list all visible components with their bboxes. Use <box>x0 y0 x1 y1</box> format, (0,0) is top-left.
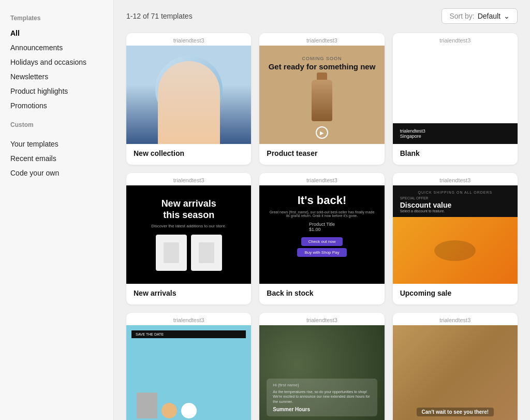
card-user-2: trialendtest3 <box>259 33 384 46</box>
sidebar-item-product-highlights[interactable]: Product highlights <box>0 84 113 98</box>
sidebar-item-recent-emails[interactable]: Recent emails <box>0 151 113 166</box>
coming-soon-text: COMING SOON <box>269 56 376 61</box>
template-card-market[interactable]: trialendtest3 Can't wait to see you ther… <box>393 313 518 420</box>
card-preview-1 <box>126 46 251 144</box>
sidebar-custom-section-title: Custom <box>0 121 113 133</box>
preview-summer: Hi {first name} As the temperatures rise… <box>259 325 384 420</box>
product-box-2 <box>191 235 222 271</box>
template-card-blank[interactable]: trialendtest3 trialendtest3Singapore Bla… <box>393 33 518 165</box>
preview-back-in-stock: It's back! Great news {first_name}, our … <box>259 185 384 284</box>
card-preview-4: New arrivalsthis season Discover the lat… <box>126 185 251 284</box>
product-box-1 <box>156 235 187 271</box>
sort-value: Default <box>478 12 500 20</box>
sidebar-item-your-templates[interactable]: Your templates <box>0 137 113 151</box>
product-icon-1 <box>164 242 179 263</box>
special-offer-text: SPECIAL OFFER <box>400 196 510 200</box>
card-preview-8: Hi {first name} As the temperatures rise… <box>259 325 384 420</box>
template-card-product-teaser[interactable]: trialendtest3 COMING SOON Get ready for … <box>259 33 384 165</box>
card-user-4: trialendtest3 <box>126 173 251 185</box>
card-title-blank: Blank <box>400 149 510 157</box>
template-card-save-date[interactable]: trialendtest3 SAVE THE DATE Save the dat… <box>126 313 251 420</box>
template-card-back-in-stock[interactable]: trialendtest3 It's back! Great news {fir… <box>259 173 384 305</box>
preview-new-collection <box>126 46 251 144</box>
discount-value-text: Discount value <box>400 201 510 209</box>
main-content: 1-12 of 71 templates Sort by: Default ⌄ … <box>114 0 530 420</box>
template-card-upcoming-sale[interactable]: trialendtest3 QUICK SHIPPING ON ALL ORDE… <box>393 173 518 305</box>
obj-sphere-white <box>181 403 197 418</box>
card-user-8: trialendtest3 <box>259 313 384 325</box>
card-user-5: trialendtest3 <box>259 173 384 185</box>
card-footer-2: Product teaser <box>259 144 384 165</box>
card-preview-9: Can't wait to see you there! <box>393 325 518 420</box>
card-user-6: trialendtest3 <box>393 173 518 185</box>
get-ready-text: Get ready for something new <box>269 62 376 71</box>
back-sub-text: Great news {first_name}, our sold-out be… <box>268 210 376 218</box>
card-preview-2: COMING SOON Get ready for something new … <box>259 46 384 144</box>
card-footer-6: Upcoming sale <box>393 284 518 305</box>
card-footer-5: Back in stock <box>259 284 384 305</box>
card-title-back-in-stock: Back in stock <box>267 289 377 297</box>
template-card-new-arrivals[interactable]: trialendtest3 New arrivalsthis season Di… <box>126 173 251 305</box>
card-title-new-arrivals: New arrivals <box>134 289 244 297</box>
card-user-9: trialendtest3 <box>393 313 518 325</box>
blank-bar-text: trialendtest3Singapore <box>400 128 425 139</box>
product-icon-2 <box>199 242 214 263</box>
new-arrivals-sub: Discover the latest additions to our sto… <box>151 224 226 228</box>
card-footer-3: Blank <box>393 144 518 165</box>
card-preview-5: It's back! Great news {first_name}, our … <box>259 185 384 284</box>
preview-product-teaser: COMING SOON Get ready for something new … <box>259 46 384 144</box>
sidebar-item-promotions[interactable]: Promotions <box>0 98 113 113</box>
sidebar-item-all[interactable]: All <box>0 26 113 40</box>
preview-market: Can't wait to see you there! <box>393 325 518 420</box>
save-bar: SAVE THE DATE <box>131 330 246 338</box>
its-back-text: It's back! <box>298 194 347 207</box>
objects-row <box>131 342 246 418</box>
preview-top-text: COMING SOON Get ready for something new <box>269 56 376 71</box>
card-preview-7: SAVE THE DATE <box>126 325 251 420</box>
sort-label: Sort by: <box>449 12 474 20</box>
chevron-down-icon: ⌄ <box>504 12 510 20</box>
body-text: As the temperatures rise, so do your opp… <box>273 389 371 404</box>
card-preview-6: QUICK SHIPPING ON ALL ORDERS SPECIAL OFF… <box>393 185 518 284</box>
select-discount-text: Select a discount to feature. <box>400 209 510 213</box>
preview-bottle <box>312 80 332 121</box>
sidebar: Templates All Announcements Holidays and… <box>0 0 114 420</box>
sidebar-item-announcements[interactable]: Announcements <box>0 40 113 55</box>
template-grid: trialendtest3 New collection trialendtes… <box>126 33 518 420</box>
market-label: Can't wait to see you there! <box>417 408 494 416</box>
card-footer-1: New collection <box>126 144 251 165</box>
summer-hours: Summer Hours <box>273 407 371 412</box>
preview-save-date: SAVE THE DATE <box>126 325 251 420</box>
products-row <box>156 235 222 271</box>
blank-bar: trialendtest3Singapore <box>393 123 518 144</box>
sidebar-item-code-your-own[interactable]: Code your own <box>0 166 113 180</box>
card-user-7: trialendtest3 <box>126 313 251 325</box>
card-title-product-teaser: Product teaser <box>267 149 377 157</box>
template-card-summer[interactable]: trialendtest3 Hi {first name} As the tem… <box>259 313 384 420</box>
sidebar-item-newsletters[interactable]: Newsletters <box>0 69 113 84</box>
orange-block <box>393 217 518 284</box>
preview-upcoming-sale: QUICK SHIPPING ON ALL ORDERS SPECIAL OFF… <box>393 185 518 284</box>
sunglasses-preview <box>434 240 476 261</box>
product-title-text: Product Title$1.00 <box>309 222 335 232</box>
template-card-new-collection[interactable]: trialendtest3 New collection <box>126 33 251 165</box>
quick-ship-text: QUICK SHIPPING ON ALL ORDERS <box>400 191 510 194</box>
card-user-3: trialendtest3 <box>393 33 518 46</box>
preview-blank: trialendtest3Singapore <box>393 46 518 144</box>
obj-box <box>137 393 157 418</box>
summer-text-box: Hi {first name} As the temperatures rise… <box>267 379 377 416</box>
buy-with-shop-btn: Buy with Shop Pay <box>297 248 346 257</box>
sort-button[interactable]: Sort by: Default ⌄ <box>441 8 518 24</box>
preview-new-arrivals: New arrivalsthis season Discover the lat… <box>126 185 251 284</box>
sidebar-section-title: Templates <box>0 15 113 26</box>
market-inner: Can't wait to see you there! <box>393 325 518 420</box>
card-footer-4: New arrivals <box>126 284 251 305</box>
top-bar: 1-12 of 71 templates Sort by: Default ⌄ <box>126 8 518 24</box>
obj-sphere-orange <box>161 403 177 418</box>
card-title-new-collection: New collection <box>134 149 244 157</box>
card-preview-3: trialendtest3Singapore <box>393 46 518 144</box>
sidebar-item-holidays[interactable]: Holidays and occasions <box>0 55 113 69</box>
card-user-1: trialendtest3 <box>126 33 251 46</box>
new-arrivals-title: New arrivalsthis season <box>161 198 216 221</box>
hi-line: Hi {first name} <box>273 383 371 387</box>
